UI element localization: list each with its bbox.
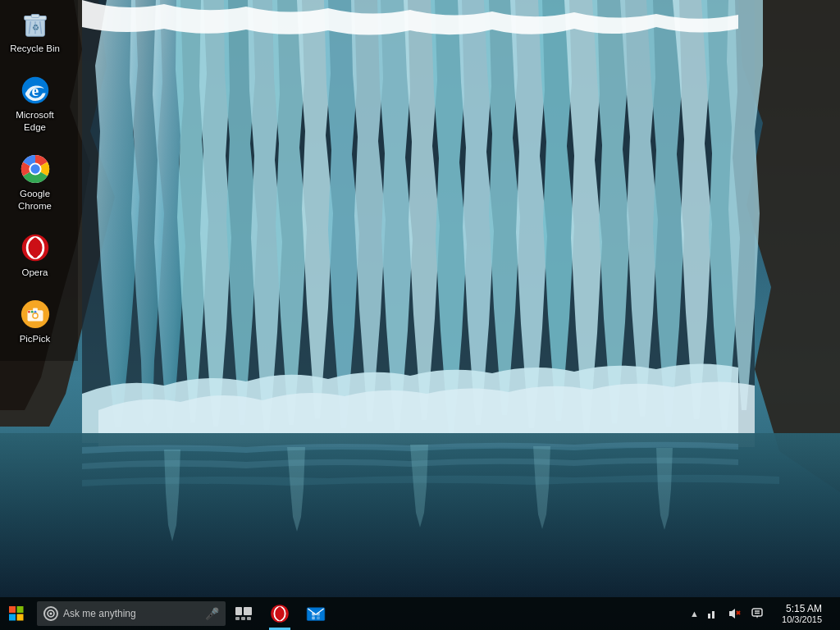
svg-rect-6: [31, 15, 39, 18]
taskbar-apps: [262, 597, 334, 630]
svg-point-18: [30, 237, 39, 258]
show-desktop-button[interactable]: [829, 597, 837, 630]
svg-rect-45: [312, 617, 315, 620]
svg-rect-37: [247, 617, 251, 620]
volume-tray-icon[interactable]: [724, 597, 745, 630]
google-chrome-icon[interactable]: Google Chrome: [4, 149, 66, 216]
svg-rect-23: [33, 308, 38, 311]
svg-rect-33: [235, 607, 242, 615]
show-hidden-icons-button[interactable]: ▲: [688, 597, 701, 630]
opera-icon[interactable]: Opera: [4, 228, 66, 282]
clock[interactable]: 5:15 AM 10/3/2015: [771, 597, 829, 630]
svg-point-22: [33, 313, 37, 317]
recycle-bin-icon[interactable]: ♻ Recycle Bin: [4, 4, 66, 58]
taskbar-opera-button[interactable]: [262, 597, 298, 630]
svg-rect-27: [9, 606, 16, 613]
svg-rect-46: [317, 617, 320, 620]
cortana-icon: [43, 606, 58, 621]
system-tray: ▲: [688, 597, 840, 630]
svg-text:e: e: [31, 81, 39, 99]
svg-rect-29: [9, 614, 16, 621]
google-chrome-label: Google Chrome: [7, 188, 62, 212]
svg-rect-30: [17, 614, 24, 621]
date-display: 10/3/2015: [782, 614, 822, 624]
svg-rect-34: [244, 607, 252, 615]
svg-rect-28: [17, 606, 24, 613]
svg-point-40: [276, 607, 282, 621]
picpick-label: PicPick: [20, 333, 51, 345]
task-view-button[interactable]: [229, 597, 258, 630]
tray-icons: [701, 597, 768, 630]
svg-point-25: [30, 310, 33, 313]
svg-point-15: [30, 164, 39, 173]
svg-point-26: [34, 310, 36, 313]
svg-rect-43: [312, 613, 315, 616]
picpick-icon[interactable]: PicPick: [4, 294, 66, 349]
microsoft-edge-label: Microsoft Edge: [7, 109, 62, 134]
svg-point-24: [27, 310, 30, 313]
svg-rect-36: [241, 617, 245, 620]
taskbar: Ask me anything 🎤: [0, 597, 840, 630]
network-tray-icon[interactable]: [701, 597, 722, 630]
svg-point-32: [50, 613, 52, 615]
microphone-icon: 🎤: [205, 607, 219, 620]
search-placeholder-text: Ask me anything: [63, 608, 202, 619]
svg-rect-48: [712, 611, 714, 619]
search-bar[interactable]: Ask me anything 🎤: [37, 601, 226, 626]
start-button[interactable]: [0, 597, 33, 630]
time-display: 5:15 AM: [786, 603, 822, 614]
svg-rect-44: [317, 613, 320, 616]
action-center-tray-icon[interactable]: [746, 597, 768, 630]
opera-label: Opera: [22, 267, 48, 279]
recycle-bin-label: Recycle Bin: [10, 43, 60, 55]
svg-text:♻: ♻: [31, 23, 39, 32]
desktop: ♻ Recycle Bin e Microsoft Edge: [0, 0, 840, 630]
desktop-icons: ♻ Recycle Bin e Microsoft Edge: [4, 4, 66, 349]
microsoft-edge-icon[interactable]: e Microsoft Edge: [4, 71, 66, 137]
svg-rect-47: [708, 614, 710, 619]
svg-rect-51: [752, 609, 762, 616]
svg-rect-35: [235, 617, 240, 620]
taskbar-mail-button[interactable]: [298, 597, 334, 630]
